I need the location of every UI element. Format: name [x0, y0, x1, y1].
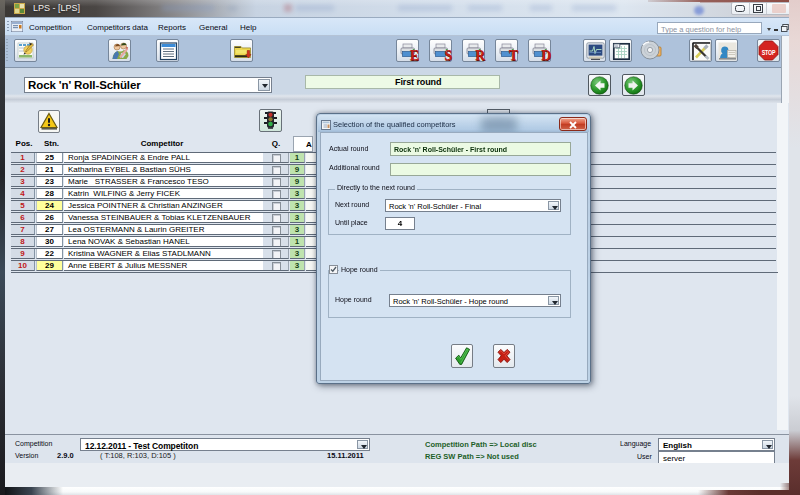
svg-text:STOP: STOP: [762, 48, 776, 56]
